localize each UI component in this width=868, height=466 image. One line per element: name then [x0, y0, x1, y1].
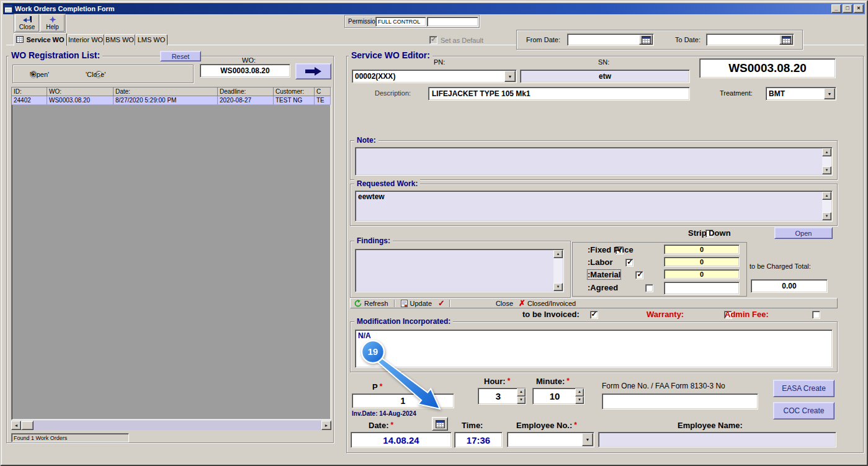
scroll-down-icon[interactable]: ▼: [822, 166, 831, 174]
findings-textarea[interactable]: ▲▼: [355, 249, 564, 292]
date-calendar-button[interactable]: [432, 417, 448, 431]
set-as-default-checkbox[interactable]: [429, 36, 437, 44]
to-date-field[interactable]: [706, 34, 794, 46]
pn-value: 00002(XXX): [352, 72, 395, 81]
column-header-customer[interactable]: Customer:: [274, 87, 315, 96]
sn-label: SN:: [598, 58, 609, 66]
spin-up-icon[interactable]: ▲: [575, 388, 584, 397]
description-field[interactable]: LIFEJACKET TYPE 105 Mk1: [428, 87, 690, 101]
date-field[interactable]: 14.08.24: [351, 432, 452, 448]
help-button[interactable]: Help: [40, 14, 65, 32]
spin-down-icon[interactable]: ▼: [517, 397, 526, 405]
tab-service-wo[interactable]: Service WO: [14, 33, 67, 46]
note-textarea[interactable]: ▲▼: [355, 147, 833, 176]
scroll-up-icon[interactable]: ▲: [553, 250, 563, 258]
scroll-left-icon[interactable]: ◄: [11, 421, 21, 430]
modification-label: Modification Incorporated:: [354, 317, 453, 326]
to-be-invoiced-checkbox[interactable]: [590, 311, 598, 319]
pers-field[interactable]: 1: [352, 393, 454, 408]
to-date-label: To Date:: [675, 36, 700, 43]
minimize-icon[interactable]: _: [831, 4, 841, 13]
from-date-label: From Date:: [526, 36, 560, 43]
agreed-field[interactable]: [664, 282, 740, 295]
spin-up-icon[interactable]: ▲: [517, 388, 526, 397]
employee-no-combo[interactable]: ▼: [507, 432, 594, 447]
chevron-down-icon: ▼: [508, 74, 512, 79]
scroll-up-icon[interactable]: ▲: [822, 192, 831, 200]
close-button[interactable]: Close: [15, 14, 39, 32]
column-header-deadline[interactable]: Deadline:: [218, 87, 274, 96]
scroll-right-icon[interactable]: ►: [321, 421, 331, 430]
requested-work-text: eewtew: [358, 192, 385, 201]
modification-textarea[interactable]: N/A: [355, 329, 833, 368]
pn-combo[interactable]: 00002(XXX) ▼: [352, 69, 517, 83]
form-one-field[interactable]: [602, 393, 758, 410]
title-bar: Work Orders Completion Form _ □ ×: [3, 3, 865, 14]
labor-field[interactable]: 0: [664, 257, 740, 267]
from-date-calendar-button[interactable]: [639, 35, 653, 45]
scroll-down-icon[interactable]: ▼: [822, 212, 831, 220]
labor-checkbox[interactable]: [625, 259, 633, 267]
minute-spin-buttons[interactable]: ▲▼: [575, 388, 584, 404]
close-button-label: Close: [19, 24, 35, 30]
employee-name-field[interactable]: [598, 432, 836, 447]
hour-label: Hour:: [484, 377, 506, 386]
grid-hscrollbar[interactable]: ◄ ►: [11, 421, 331, 430]
refresh-button[interactable]: Refresh: [354, 300, 388, 307]
maximize-icon[interactable]: □: [843, 4, 852, 13]
tab-interior-wo[interactable]: Interior WO: [67, 34, 104, 45]
scroll-down-icon[interactable]: ▼: [553, 283, 563, 291]
app-window: Work Orders Completion Form _ □ × Close …: [0, 0, 868, 466]
tab-lms-wo[interactable]: LMS WO: [135, 34, 168, 45]
admin-fee-checkbox[interactable]: [812, 311, 820, 319]
material-checkbox[interactable]: [635, 271, 643, 279]
findings-groupbox: Findings: ▲▼: [350, 241, 571, 298]
fixed-price-label: :Fixed Price: [588, 245, 633, 254]
fixed-price-field[interactable]: 0: [664, 244, 740, 254]
pn-dropdown-button[interactable]: ▼: [504, 71, 516, 82]
required-marker: *: [574, 421, 577, 430]
reset-button[interactable]: Reset: [160, 51, 201, 61]
hscroll-thumb[interactable]: [21, 421, 34, 430]
coc-create-button[interactable]: COC Create: [773, 402, 834, 419]
permission-value-field: FULL CONTROL: [375, 17, 426, 27]
wo-search-field[interactable]: WS0003.08.20: [200, 64, 290, 78]
employee-no-dropdown-button[interactable]: ▼: [582, 433, 593, 446]
findings-scrollbar[interactable]: ▲▼: [553, 250, 563, 291]
hour-spin-buttons[interactable]: ▲▼: [517, 388, 526, 404]
charged-total-value: 0.00: [782, 282, 796, 290]
tab-bms-wo[interactable]: BMS WO: [104, 34, 135, 45]
pers-label: P: [372, 382, 378, 392]
agreed-checkbox[interactable]: [645, 284, 653, 292]
hscroll-track[interactable]: [34, 421, 321, 430]
go-arrow-button[interactable]: [295, 63, 331, 79]
column-header-id[interactable]: ID:: [12, 87, 47, 96]
open-button[interactable]: Open: [774, 227, 833, 239]
note-scrollbar[interactable]: ▲▼: [822, 148, 831, 174]
sn-field[interactable]: etw: [520, 69, 690, 83]
treatment-dropdown-button[interactable]: ▼: [824, 88, 835, 99]
material-field[interactable]: 0: [664, 269, 740, 279]
wo-grid-header: ID: WO: Date: Deadline: Customer: C: [12, 87, 331, 96]
treatment-combo[interactable]: BMT ▼: [766, 87, 836, 101]
update-button[interactable]: Update: [401, 300, 432, 307]
easa-create-button[interactable]: EASA Create: [773, 380, 834, 397]
minute-spinner: 10 ▲▼: [532, 388, 584, 405]
closed-invoiced-button[interactable]: Closed/Invoiced: [527, 300, 576, 307]
tab-service-wo-label: Service WO: [26, 36, 64, 43]
requested-work-scrollbar[interactable]: ▲▼: [822, 192, 831, 220]
column-header-date[interactable]: Date:: [114, 87, 218, 96]
column-header-wo[interactable]: WO:: [47, 87, 114, 96]
requested-work-textarea[interactable]: eewtew ▲▼: [355, 190, 833, 222]
required-marker: *: [391, 421, 394, 430]
column-header-c[interactable]: C: [315, 87, 331, 96]
close-wo-button[interactable]: Close: [496, 300, 513, 307]
close-window-icon[interactable]: ×: [854, 4, 864, 13]
scroll-up-icon[interactable]: ▲: [822, 148, 831, 156]
from-date-field[interactable]: [567, 34, 654, 46]
table-row[interactable]: 24402 WS0003.08.20 8/27/2020 5:29:00 PM …: [12, 96, 331, 105]
note-label: Note:: [354, 136, 378, 145]
spin-down-icon[interactable]: ▼: [575, 397, 584, 405]
time-field[interactable]: 17:36: [454, 432, 503, 448]
to-date-calendar-button[interactable]: [779, 35, 793, 45]
